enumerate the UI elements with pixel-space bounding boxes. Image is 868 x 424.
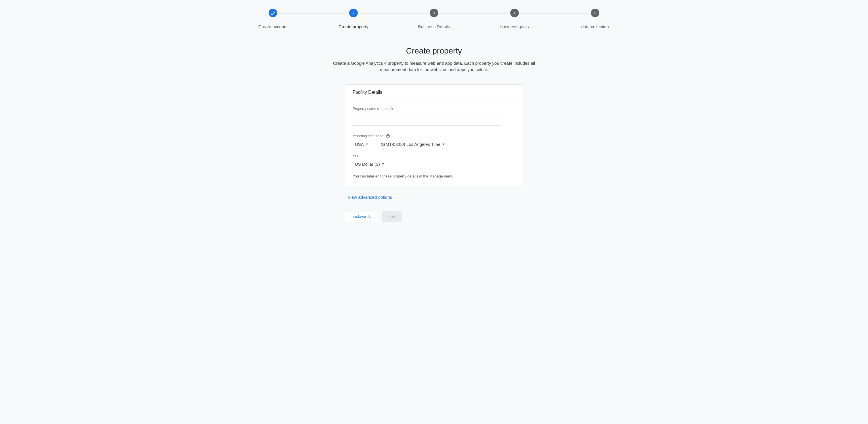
step-label: data collection	[581, 24, 609, 29]
chevron-down-icon	[366, 144, 368, 145]
back-button[interactable]: backwards	[345, 211, 377, 222]
page-title: Create property	[326, 46, 542, 56]
step-circle-active: 2	[349, 9, 358, 17]
next-button[interactable]: next	[382, 211, 402, 222]
step-create-account[interactable]: Create account	[233, 9, 313, 29]
chevron-down-icon	[442, 144, 445, 145]
step-label: Business Details	[418, 24, 450, 29]
timezone-select[interactable]: (GMT-08:00) Los Angeles Time	[378, 141, 447, 147]
card-header: Facility Details	[345, 85, 523, 100]
currency-select[interactable]: US Dollar ($)	[352, 161, 386, 167]
step-circle-completed	[269, 9, 277, 17]
step-circle-pending: 4	[510, 9, 519, 17]
button-row: backwards next	[345, 211, 523, 222]
help-icon[interactable]	[386, 134, 390, 139]
step-circle-pending: 5	[591, 9, 599, 17]
step-data-collection[interactable]: 5 data collection	[555, 9, 635, 29]
step-business-goals[interactable]: 4 business goals	[474, 9, 555, 29]
country-select[interactable]: USA	[352, 141, 370, 147]
property-name-label: Property name (required)	[352, 107, 516, 111]
step-label: Create account	[258, 24, 288, 29]
card-footer-hint: You can later edit these property detail…	[352, 174, 516, 178]
main-content: Create property Create a Google Analytic…	[326, 46, 542, 222]
property-details-card: Facility Details Property name (required…	[345, 84, 523, 186]
step-label: business goals	[500, 24, 529, 29]
property-name-input[interactable]	[352, 114, 502, 126]
pencil-icon	[271, 11, 275, 15]
view-advanced-options-link[interactable]: View advanced options	[345, 195, 523, 200]
reporting-timezone-label: reporting time zone	[352, 134, 516, 139]
stepper: Create account 2 Create property 3 Busin…	[233, 9, 635, 29]
step-create-property[interactable]: 2 Create property	[313, 9, 394, 29]
currency-label: call	[352, 154, 516, 158]
step-label: Create property	[339, 24, 368, 29]
page-subtitle: Create a Google Analytics 4 property to …	[326, 60, 542, 73]
chevron-down-icon	[382, 163, 384, 165]
step-circle-pending: 3	[430, 9, 438, 17]
step-business-details[interactable]: 3 Business Details	[394, 9, 474, 29]
